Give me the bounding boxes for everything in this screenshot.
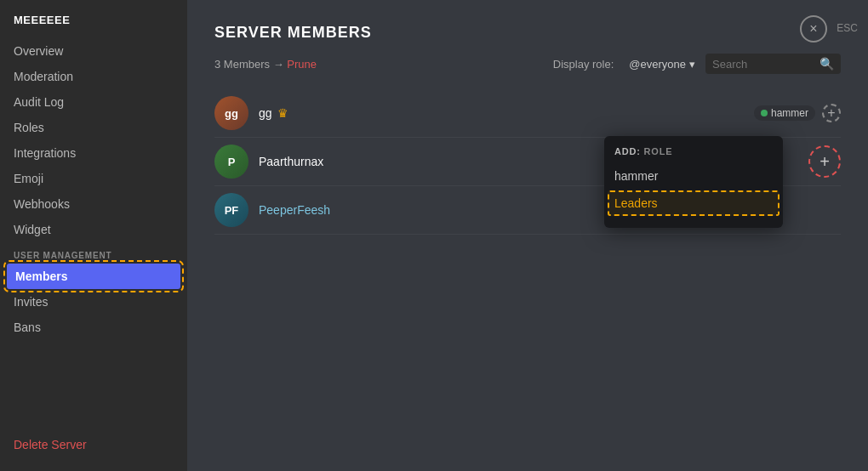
sidebar-item-audit-log[interactable]: Audit Log — [0, 89, 187, 115]
sidebar-item-overview[interactable]: Overview — [0, 38, 187, 64]
search-input[interactable] — [712, 58, 814, 71]
sidebar-item-label: Overview — [14, 44, 63, 58]
sidebar-item-bans[interactable]: Bans — [0, 315, 187, 340]
table-row: gg gg ♛ hammer + — [214, 89, 841, 138]
sidebar-item-integrations[interactable]: Integrations — [0, 140, 187, 166]
sidebar-item-moderation[interactable]: Moderation — [0, 64, 187, 89]
popup-role-label: Role — [644, 146, 673, 156]
role-tag: hammer — [754, 105, 815, 121]
sidebar-item-label: Integrations — [14, 146, 76, 160]
sidebar-item-label: Bans — [14, 321, 41, 334]
chevron-down-icon: ▾ — [689, 58, 695, 71]
sidebar-item-members[interactable]: Members — [7, 264, 180, 289]
search-icon: 🔍 — [819, 57, 834, 71]
add-role-popup: ADD: Role hammer Leaders — [604, 136, 783, 228]
role-dot — [761, 110, 768, 116]
members-count: 3 Members → Prune — [214, 58, 317, 71]
members-controls: 3 Members → Prune Display role: @everyon… — [214, 54, 841, 74]
main-content: SERVER MEMBERS × ESC 3 Members → Prune D… — [187, 0, 868, 471]
search-box: 🔍 — [705, 54, 841, 74]
delete-server-label: Delete Server — [14, 438, 87, 451]
avatar: gg — [214, 96, 248, 130]
member-roles: + — [798, 145, 841, 178]
add-role-circle-button[interactable]: + — [808, 145, 841, 178]
page-title: SERVER MEMBERS — [214, 24, 372, 42]
user-management-section-label: USER MANAGEMENT — [0, 242, 187, 264]
sidebar-item-label: Members — [15, 270, 67, 283]
sidebar-item-roles[interactable]: Roles — [0, 115, 187, 140]
sidebar-item-label: Webhooks — [14, 197, 70, 211]
sidebar-item-label: Moderation — [14, 70, 73, 83]
sidebar-item-delete-server[interactable]: Delete Server — [0, 432, 187, 457]
avatar: PF — [214, 193, 248, 227]
member-roles: hammer + — [754, 104, 841, 122]
add-role-button[interactable]: + — [822, 104, 841, 122]
member-name: Paarthurnax — [259, 155, 323, 168]
crown-icon: ♛ — [277, 106, 288, 120]
popup-header: ADD: Role — [604, 146, 783, 163]
sidebar-item-widget[interactable]: Widget — [0, 217, 187, 242]
sidebar: MEEEEEE Overview Moderation Audit Log Ro… — [0, 0, 187, 471]
popup-add-label: ADD: — [614, 146, 641, 156]
display-role-label: Display role: — [553, 58, 614, 71]
sidebar-item-label: Invites — [14, 295, 48, 309]
member-name: gg ♛ — [259, 106, 288, 120]
sidebar-item-label: Emoji — [14, 172, 43, 185]
sidebar-item-webhooks[interactable]: Webhooks — [0, 191, 187, 217]
sidebar-item-invites[interactable]: Invites — [0, 289, 187, 315]
list-item[interactable]: Leaders — [608, 190, 779, 216]
list-item[interactable]: hammer — [604, 163, 783, 189]
member-name: PeeperFeesh — [259, 203, 330, 217]
sidebar-item-label: Widget — [14, 223, 51, 236]
sidebar-item-emoji[interactable]: Emoji — [0, 166, 187, 191]
sidebar-item-label: Roles — [14, 121, 44, 134]
role-selector[interactable]: @everyone ▾ — [629, 58, 695, 71]
sidebar-item-label: Audit Log — [14, 95, 64, 109]
close-button[interactable]: × — [800, 15, 827, 43]
main-header: SERVER MEMBERS — [214, 24, 841, 42]
server-name: MEEEEEE — [0, 14, 187, 38]
avatar: P — [214, 145, 248, 179]
prune-link[interactable]: Prune — [287, 58, 317, 71]
esc-label: ESC — [837, 22, 858, 34]
